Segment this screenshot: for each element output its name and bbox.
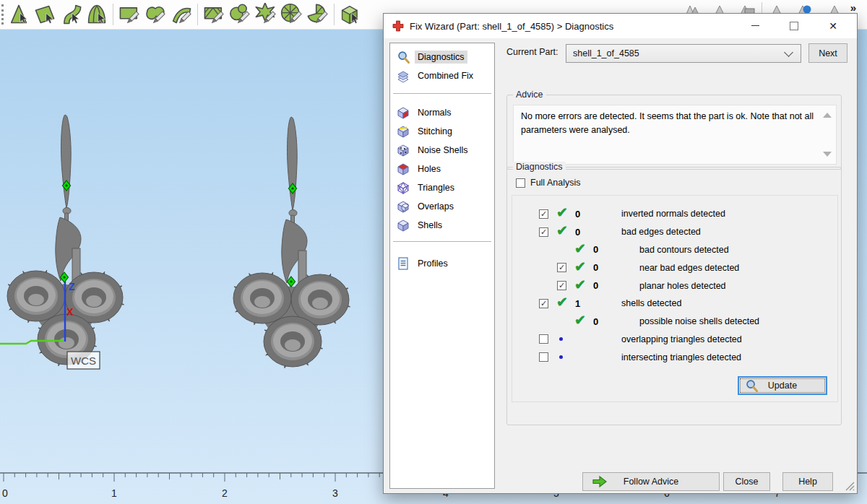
sidebar-item-stitching[interactable]: Stitching bbox=[390, 122, 494, 141]
diagnostic-row: ✔0near bad edges detected bbox=[557, 258, 837, 277]
current-part-dropdown[interactable]: shell_1_of_4585 bbox=[566, 44, 801, 63]
error-label: near bad edges detected bbox=[639, 263, 739, 273]
status-check-icon: ✔ bbox=[556, 295, 568, 309]
advice-group-title: Advice bbox=[513, 90, 546, 100]
mark-star-icon[interactable] bbox=[254, 3, 277, 26]
diagnostic-checkbox[interactable] bbox=[557, 281, 566, 290]
sidebar-item-label: Shells bbox=[415, 219, 445, 232]
magnifier-icon bbox=[745, 379, 759, 393]
red-cross-icon bbox=[392, 20, 404, 32]
profiles-icon bbox=[395, 256, 411, 271]
sidebar-item-shells[interactable]: Shells bbox=[390, 216, 494, 235]
mark-sector-icon[interactable] bbox=[306, 3, 329, 26]
mark-circle-icon[interactable] bbox=[280, 3, 303, 26]
chevron-down-icon bbox=[784, 48, 793, 57]
full-analysis-checkbox[interactable] bbox=[516, 178, 525, 188]
error-label: bad edges detected bbox=[621, 227, 701, 237]
error-label: overlapping triangles detected bbox=[621, 334, 742, 344]
error-label: inverted normals detected bbox=[621, 209, 725, 219]
sidebar-item-label: Triangles bbox=[415, 181, 457, 194]
ruler-number: 3 bbox=[332, 487, 338, 499]
holes-cube-icon bbox=[395, 161, 411, 177]
shell-model-right[interactable] bbox=[233, 117, 350, 368]
sidebar-item-label: Overlaps bbox=[415, 200, 457, 213]
toolbar-separator bbox=[113, 4, 113, 25]
diagnostic-checkbox[interactable] bbox=[539, 334, 548, 344]
diagnostic-row: intersecting triangles detected bbox=[539, 348, 837, 366]
mark-window-triangles-icon[interactable] bbox=[202, 3, 225, 26]
stitching-cube-icon bbox=[395, 123, 411, 139]
error-label: intersecting triangles detected bbox=[621, 352, 741, 362]
resize-grip[interactable] bbox=[844, 480, 855, 491]
sidebar-item-label: Noise Shells bbox=[415, 144, 470, 157]
status-check-icon: ✔ bbox=[556, 224, 568, 238]
status-dot-icon bbox=[559, 337, 563, 341]
diagnostic-checkbox[interactable] bbox=[539, 227, 548, 237]
sidebar-separator bbox=[393, 241, 491, 242]
toolbar-overflow-icon[interactable]: » bbox=[845, 1, 861, 14]
sidebar-item-triangles[interactable]: Triangles bbox=[390, 178, 494, 197]
error-label: planar holes detected bbox=[639, 281, 726, 291]
z-axis-label: Z bbox=[69, 281, 75, 292]
mark-rectangle-icon[interactable] bbox=[118, 3, 141, 26]
diagnostic-checkbox[interactable] bbox=[539, 352, 548, 362]
mark-lobes-icon[interactable] bbox=[228, 3, 251, 26]
follow-advice-button[interactable]: Follow Advice bbox=[582, 472, 720, 491]
error-count: 1 bbox=[575, 298, 591, 309]
close-button[interactable]: Close bbox=[723, 472, 770, 491]
diagnostic-checkbox[interactable] bbox=[539, 209, 548, 219]
toolbar-drag-handle-icon[interactable] bbox=[1, 4, 4, 25]
sidebar-item-label: Combined Fix bbox=[415, 69, 476, 82]
sidebar-item-profiles[interactable]: Profiles bbox=[390, 254, 494, 273]
ruler-number: 0 bbox=[2, 487, 8, 499]
diagnostics-magnifier-icon bbox=[395, 49, 411, 65]
sidebar-item-noise-shells[interactable]: Noise Shells bbox=[390, 141, 494, 160]
select-triangle-icon[interactable] bbox=[7, 3, 30, 26]
diagnostic-checkbox[interactable] bbox=[539, 299, 548, 308]
next-button[interactable]: Next bbox=[808, 43, 847, 63]
dialog-title: Fix Wizard (Part: shell_1_of_4585) > Dia… bbox=[410, 21, 613, 32]
ruler-number: 1 bbox=[111, 487, 117, 499]
diagnostic-row: ✔0inverted normals detected bbox=[539, 205, 837, 223]
scroll-down-icon[interactable] bbox=[823, 152, 832, 157]
sidebar-item-normals[interactable]: Normals bbox=[390, 103, 494, 122]
model-shells bbox=[7, 115, 350, 368]
ruler-number: 2 bbox=[222, 487, 228, 499]
diagnostic-row: overlapping triangles detected bbox=[539, 331, 837, 349]
maximize-button[interactable] bbox=[778, 14, 810, 38]
error-count: 0 bbox=[575, 209, 591, 220]
status-check-icon: ✔ bbox=[574, 242, 586, 256]
diagnostics-results-panel: ✔0inverted normals detected✔0bad edges d… bbox=[512, 195, 838, 402]
sidebar-separator bbox=[393, 93, 491, 94]
select-cube-icon[interactable] bbox=[339, 3, 362, 26]
toolbar-green-icons bbox=[7, 3, 365, 26]
select-shell-icon[interactable] bbox=[85, 3, 108, 26]
help-button[interactable]: Help bbox=[782, 472, 833, 491]
shells-cube-icon bbox=[395, 217, 411, 233]
green-arrow-icon bbox=[592, 475, 608, 488]
sidebar-item-holes[interactable]: Holes bbox=[390, 160, 494, 178]
mark-freeform-icon[interactable] bbox=[144, 3, 167, 26]
status-check-icon: ✔ bbox=[574, 278, 586, 292]
minimize-button[interactable] bbox=[739, 14, 771, 38]
noise-shells-cube-icon bbox=[395, 142, 411, 158]
error-label: shells detected bbox=[621, 298, 681, 308]
error-count: 0 bbox=[593, 316, 609, 327]
triangles-cube-icon bbox=[395, 180, 411, 196]
sidebar-item-diagnostics[interactable]: Diagnostics bbox=[390, 48, 494, 66]
sidebar-item-overlaps[interactable]: Overlaps bbox=[390, 197, 494, 216]
normals-cube-icon bbox=[395, 105, 411, 121]
error-count: 0 bbox=[593, 244, 609, 255]
diagnostic-checkbox[interactable] bbox=[557, 263, 566, 272]
select-curved-surface-icon[interactable] bbox=[59, 3, 82, 26]
update-button[interactable]: Update bbox=[738, 376, 827, 395]
error-count: 0 bbox=[593, 262, 609, 273]
maximize-icon bbox=[790, 22, 798, 30]
sidebar-item-combined-fix[interactable]: Combined Fix bbox=[390, 66, 494, 85]
mark-curve-icon[interactable] bbox=[170, 3, 193, 26]
update-button-label: Update bbox=[768, 381, 797, 391]
close-window-button[interactable]: ✕ bbox=[817, 14, 849, 38]
scroll-up-icon[interactable] bbox=[823, 113, 832, 118]
fix-wizard-dialog: Fix Wizard (Part: shell_1_of_4585) > Dia… bbox=[383, 13, 858, 494]
select-plane-icon[interactable] bbox=[33, 3, 56, 26]
